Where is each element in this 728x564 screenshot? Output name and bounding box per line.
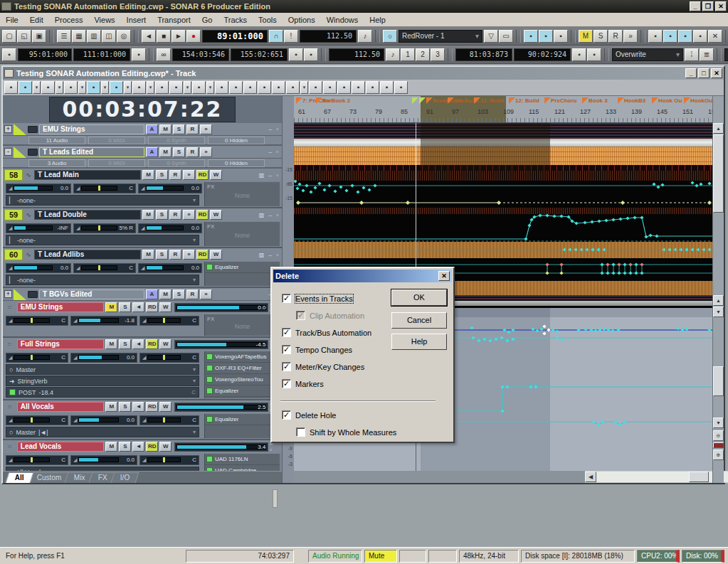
- pan-slider[interactable]: ◢C: [6, 353, 68, 363]
- step-sequencer-button[interactable]: ▪: [132, 81, 146, 94]
- output-dropdown[interactable]: ○Master▾: [6, 364, 199, 375]
- fx-slot[interactable]: VoxengoStereoTou: [205, 374, 280, 385]
- vscroll-thumb-lower[interactable]: [713, 366, 724, 396]
- solo-button[interactable]: S: [119, 442, 131, 452]
- tab-all[interactable]: All: [6, 472, 34, 483]
- fx-slot[interactable]: Equalizer: [205, 385, 280, 397]
- loop-ruler-button[interactable]: ▪: [304, 48, 318, 61]
- mute-button[interactable]: M: [159, 289, 172, 299]
- mute-button[interactable]: M: [105, 302, 117, 312]
- mute-tool-button[interactable]: ▪: [155, 81, 169, 94]
- zoom-preset-marker[interactable]: [713, 442, 724, 448]
- solo-button[interactable]: S: [119, 402, 131, 412]
- bulb-button[interactable]: ☼: [383, 30, 397, 43]
- audio-track[interactable]: 58∿T Lead MainMSR»RDW▥ – ▫◢0.0◢C◢0.0▏-no…: [3, 169, 282, 208]
- show-automation-button[interactable]: ▪: [352, 81, 365, 94]
- marker-flag[interactable]: [296, 97, 302, 104]
- menu-process[interactable]: Process: [49, 14, 89, 26]
- punch-out-display[interactable]: 111:01:000: [73, 48, 130, 61]
- pane-split-up-button[interactable]: ▲: [713, 295, 724, 306]
- count-chip[interactable]: 11 Audio: [28, 137, 85, 144]
- output-dropdown[interactable]: ▏-none-▾: [6, 235, 199, 245]
- output-dropdown[interactable]: ○Master|◄|▾: [6, 427, 199, 437]
- archive-button[interactable]: A: [146, 147, 158, 157]
- delete-dialog-title-bar[interactable]: Delete ✕: [273, 270, 452, 282]
- track-maximize-button[interactable]: □: [698, 68, 709, 78]
- arm-button[interactable]: R: [169, 170, 181, 180]
- output-dropdown[interactable]: ▏-none-▾: [6, 275, 199, 285]
- folder-name[interactable]: T BGVs Edited: [39, 289, 144, 299]
- step-sequencer-dropdown[interactable]: ▾: [147, 81, 154, 94]
- fit-project-button[interactable]: ▪: [258, 81, 271, 94]
- scroll-down-button[interactable]: ▼: [713, 417, 724, 428]
- fx-slot[interactable]: Equalizer: [205, 414, 280, 425]
- marker-flag[interactable]: [684, 97, 690, 104]
- audio-track[interactable]: 60∿T Lead AdlibsMSR»RDW▥ – ▫◢0.0◢C◢0.0▏-…: [3, 248, 282, 288]
- drag-grip[interactable]: ⁙: [4, 444, 16, 450]
- drag-grip[interactable]: ⁙: [4, 341, 16, 348]
- window-controls[interactable]: – ▫: [268, 149, 280, 155]
- fx-slot[interactable]: UAD 1176LN: [205, 454, 280, 465]
- marker-flag[interactable]: [474, 97, 480, 104]
- menu-help[interactable]: Help: [364, 14, 391, 26]
- zoom-tool-button[interactable]: ▪: [192, 81, 206, 94]
- vscroll-thumb[interactable]: [713, 134, 724, 213]
- zoom-in-v-button[interactable]: ⊕: [713, 449, 724, 460]
- strip-name[interactable]: Lead Vocals: [17, 442, 104, 452]
- volume-slider[interactable]: 0.0: [174, 303, 268, 312]
- volume-slider[interactable]: ◢0.0: [6, 183, 71, 193]
- fx-bin[interactable]: Equalizer: [204, 262, 280, 286]
- volume-slider[interactable]: ◢-INF: [6, 223, 71, 233]
- strip-name[interactable]: EMU Strings: [17, 302, 104, 312]
- fx-bin[interactable]: FXNone: [204, 222, 280, 246]
- count-chip[interactable]: 0 Hidden: [208, 137, 265, 144]
- input-echo-button[interactable]: »: [200, 147, 212, 157]
- arm-button[interactable]: R: [608, 30, 623, 43]
- write-automation-button[interactable]: W: [159, 302, 172, 312]
- waveform-preview-button[interactable]: ◄: [132, 442, 144, 452]
- fx-bin[interactable]: FXNone: [204, 182, 280, 206]
- solo-button[interactable]: S: [594, 30, 608, 43]
- checkbox-delete-hole[interactable]: ✓: [282, 410, 291, 420]
- marker-flag[interactable]: [316, 97, 322, 104]
- ok-button[interactable]: OK: [391, 289, 447, 306]
- pan-slider[interactable]: ◢5% R: [73, 223, 136, 233]
- tempo-ratio-1-button[interactable]: 1: [401, 48, 415, 61]
- selection-clear-button[interactable]: ▪: [587, 48, 601, 61]
- audio-track[interactable]: 59∿T Lead DoubleMSR»RDW▥ – ▫◢-INF◢5% R◢0…: [3, 208, 282, 248]
- delete-preset-button[interactable]: ▭: [499, 30, 513, 43]
- read-automation-button[interactable]: RD: [146, 302, 158, 312]
- big-time-display[interactable]: 00:03:07:22: [49, 97, 236, 122]
- selection-end-display[interactable]: 90:02:924: [514, 48, 571, 61]
- fx-bin[interactable]: UAD 1176LNUAD CambridgeEqualizerSPITFISH: [204, 454, 280, 471]
- pan-slider[interactable]: ◢C: [6, 455, 68, 465]
- strip-name[interactable]: All Vocals: [17, 402, 104, 412]
- select-tool-dropdown[interactable]: ▾: [33, 81, 41, 94]
- selection-start-display[interactable]: 81:03:873: [455, 48, 512, 61]
- pan-slider[interactable]: ◢C: [73, 183, 136, 193]
- punch-ruler-button[interactable]: ▪: [2, 48, 16, 61]
- send-dropdown[interactable]: ➜StringVerb▾: [6, 376, 199, 386]
- trim-slider[interactable]: ◢0.0: [138, 223, 202, 233]
- mute-button[interactable]: M: [105, 339, 117, 349]
- volume-slider[interactable]: ◢0.0: [6, 263, 71, 273]
- play-button[interactable]: ►: [172, 30, 186, 43]
- waveform-preview-button[interactable]: ◄: [132, 402, 144, 412]
- track-name[interactable]: T Lead Adlibs: [34, 250, 141, 260]
- show-lanes-button[interactable]: ▪: [366, 81, 379, 94]
- write-automation-button[interactable]: W: [210, 250, 222, 260]
- trim-slider[interactable]: ◢0.0: [138, 183, 202, 193]
- bus-strip[interactable]: ⁙Full StringsMS◄RDW-4.5– ▫◢C◢0.0◢C○Maste…: [3, 338, 282, 400]
- section-flag[interactable]: [419, 97, 426, 104]
- arm-button[interactable]: R: [186, 124, 199, 134]
- vertical-scrollbar[interactable]: ▲ ▲ ▼ ▼ ⊖ ⊕: [712, 96, 724, 483]
- snap-grid-dropdown[interactable]: ▾: [101, 81, 109, 94]
- fx-bin[interactable]: Equalizer: [204, 414, 280, 438]
- marker-flag[interactable]: [544, 97, 551, 104]
- waveform-preview-button[interactable]: ◄: [132, 339, 144, 349]
- scroll-up-button[interactable]: ▲: [713, 123, 724, 134]
- bus-strip[interactable]: ⁙All VocalsMS◄RDW2.5– ▫◢C◢0.0◢C○Master|◄…: [3, 400, 282, 440]
- strip-name[interactable]: Full Strings: [17, 339, 104, 349]
- input-echo-button[interactable]: »: [200, 289, 212, 299]
- grid-lines-button[interactable]: ▪: [380, 81, 394, 94]
